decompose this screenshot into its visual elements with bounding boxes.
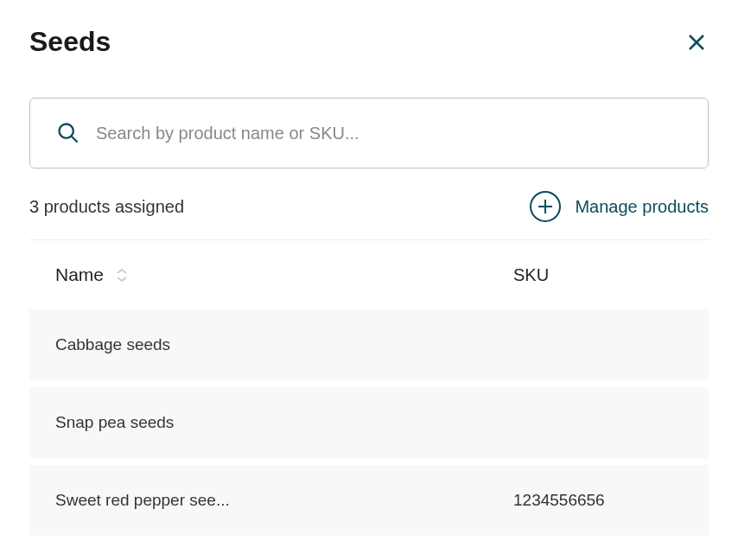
table-row[interactable]: Sweet red pepper see... 1234556656 — [29, 465, 709, 536]
svg-line-3 — [72, 137, 78, 143]
plus-icon — [530, 191, 561, 222]
product-name-cell: Cabbage seeds — [55, 335, 513, 354]
search-input[interactable] — [96, 124, 682, 143]
search-box[interactable] — [29, 98, 709, 169]
sort-icon[interactable] — [116, 268, 128, 283]
assigned-count: 3 products assigned — [29, 197, 184, 217]
table-row[interactable]: Cabbage seeds — [29, 309, 709, 380]
search-icon — [56, 121, 80, 145]
manage-products-label: Manage products — [575, 197, 709, 217]
table-row[interactable]: Snap pea seeds — [29, 387, 709, 458]
table-header: Name SKU — [29, 240, 709, 309]
product-name-cell: Snap pea seeds — [55, 413, 513, 432]
close-button[interactable] — [684, 30, 709, 54]
column-sku-header[interactable]: SKU — [513, 265, 683, 285]
svg-point-2 — [60, 124, 73, 138]
page-title: Seeds — [29, 26, 111, 58]
product-sku-cell: 1234556656 — [513, 491, 683, 510]
product-name-cell: Sweet red pepper see... — [55, 491, 513, 510]
manage-products-button[interactable]: Manage products — [530, 191, 709, 222]
column-name-header[interactable]: Name — [55, 264, 104, 285]
close-icon — [686, 32, 707, 53]
